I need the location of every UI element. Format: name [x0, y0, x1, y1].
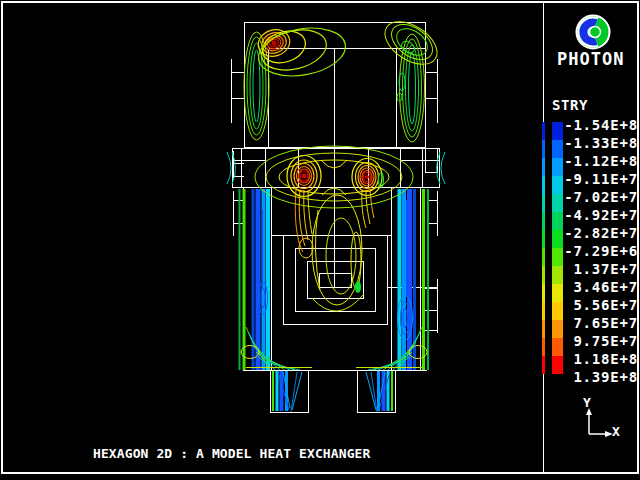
- legend-value-label: -7.29E+6: [558, 243, 638, 259]
- legend-value-label: 1.37E+7: [558, 261, 638, 277]
- legend-value-label: 9.75E+7: [558, 333, 638, 349]
- legend-value-label: -1.54E+8: [558, 117, 638, 133]
- divider-level-tick: [542, 194, 545, 212]
- divider-level-tick: [542, 158, 545, 176]
- hot-spot-contours: [255, 22, 384, 197]
- photon-logo-icon: [571, 10, 615, 54]
- photon-window: PHOTON STRY -1.54E+8-1.33E+8-1.12E+8-9.1…: [0, 0, 640, 480]
- legend-value-label: -1.33E+8: [558, 135, 638, 151]
- divider-level-tick: [542, 338, 545, 356]
- plot-title: HEXAGON 2D : A MODEL HEAT EXCHANGER: [93, 446, 370, 461]
- legend-value-label: 1.39E+8: [558, 369, 638, 385]
- legend-value-label: 3.46E+7: [558, 279, 638, 295]
- divider-level-tick: [542, 302, 545, 320]
- divider-level-tick: [542, 176, 545, 194]
- divider-level-tick: [542, 266, 545, 284]
- divider-level-tick: [542, 248, 545, 266]
- divider-level-tick: [542, 212, 545, 230]
- legend-value-label: 5.56E+7: [558, 297, 638, 313]
- legend-value-label: -1.12E+8: [558, 153, 638, 169]
- divider-level-tick: [542, 284, 545, 302]
- legend-value-label: -4.92E+7: [558, 207, 638, 223]
- axis-orientation-icon: [586, 408, 613, 437]
- divider-level-tick: [542, 122, 545, 140]
- legend-value-label: 7.65E+7: [558, 315, 638, 331]
- divider-level-tick: [542, 356, 545, 374]
- axis-y-label: Y: [583, 395, 591, 410]
- divider-level-tick: [542, 230, 545, 248]
- legend-title: STRY: [552, 97, 588, 113]
- divider-level-tick: [542, 320, 545, 338]
- legend-value-label: -2.82E+7: [558, 225, 638, 241]
- axis-x-label: X: [612, 424, 620, 439]
- divider-level-tick: [542, 140, 545, 158]
- legend-value-label: -9.11E+7: [558, 171, 638, 187]
- app-name-label: PHOTON: [557, 49, 624, 69]
- legend-value-label: -7.02E+7: [558, 189, 638, 205]
- legend-value-label: 1.18E+8: [558, 351, 638, 367]
